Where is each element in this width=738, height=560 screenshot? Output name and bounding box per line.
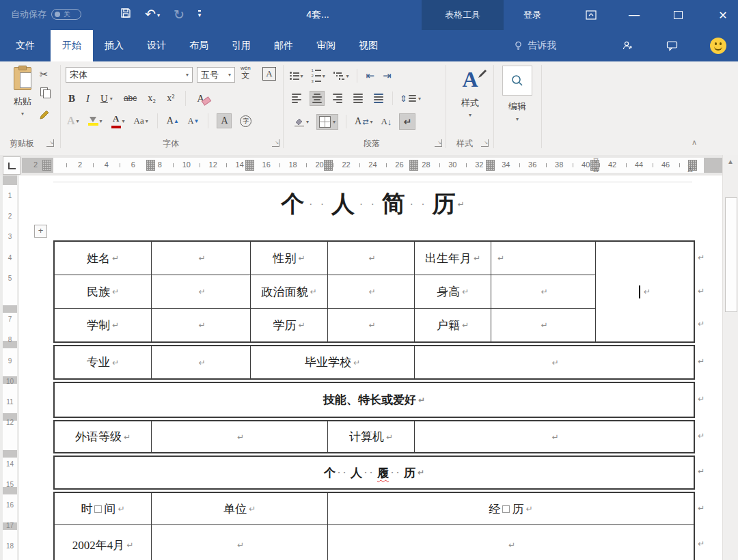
- table-column-marker[interactable]: [146, 160, 155, 171]
- font-name-combobox[interactable]: 宋体▾: [66, 67, 193, 83]
- first-line-indent-marker[interactable]: ▽: [594, 158, 599, 164]
- multilevel-list-button[interactable]: ▾: [333, 72, 349, 80]
- table-column-marker[interactable]: [486, 160, 495, 171]
- phonetic-guide-button[interactable]: wén 文: [241, 66, 251, 79]
- table-cell[interactable]: ↵: [415, 346, 694, 378]
- document-heading[interactable]: 个· ·人· ·简· ·历↵: [53, 185, 692, 223]
- table-cell[interactable]: ↵: [152, 242, 251, 275]
- font-size-combobox[interactable]: 五号▾: [197, 67, 235, 83]
- table-cell[interactable]: 单位↵: [152, 493, 328, 525]
- table-cell[interactable]: 姓名↵: [55, 242, 152, 275]
- table-cell[interactable]: ↵: [152, 421, 328, 452]
- document-area[interactable]: 123457891011121415161718 + 个· ·人· ·简· ·历…: [0, 176, 722, 560]
- editing-button[interactable]: 编辑 ▾: [500, 66, 534, 122]
- styles-dialog-launcher[interactable]: ↘: [481, 139, 489, 147]
- tab-开始[interactable]: 开始: [51, 30, 93, 61]
- align-center-button[interactable]: [310, 92, 324, 105]
- paste-button[interactable]: 粘贴 ▾: [7, 67, 38, 117]
- bullets-button[interactable]: ▾: [290, 72, 303, 80]
- table-cell[interactable]: 户籍↵: [415, 309, 491, 341]
- redo-icon[interactable]: ↻: [174, 8, 184, 21]
- table-cell[interactable]: ↵: [152, 346, 251, 378]
- borders-button[interactable]: ▾: [317, 115, 338, 129]
- text-effects-button[interactable]: A▾: [67, 115, 79, 127]
- table-cell[interactable]: 2002年4月↵: [55, 525, 152, 560]
- share-icon[interactable]: [615, 30, 640, 61]
- clipboard-dialog-launcher[interactable]: ↘: [46, 139, 54, 147]
- table-cell[interactable]: 毕业学校↵: [251, 346, 415, 378]
- sort-button[interactable]: A↓: [381, 116, 392, 127]
- close-icon[interactable]: ✕: [709, 0, 737, 30]
- table-cell[interactable]: 出生年月↵: [415, 242, 491, 275]
- decrease-indent-button[interactable]: ⇤: [366, 70, 374, 82]
- change-case-button[interactable]: Aa▾: [134, 115, 148, 126]
- justify-button[interactable]: [351, 92, 365, 105]
- table-column-marker[interactable]: [245, 160, 254, 171]
- clear-formatting-button[interactable]: A: [197, 93, 210, 104]
- qat-customize-icon[interactable]: ▾: [198, 10, 202, 18]
- ribbon-display-options-icon[interactable]: [577, 0, 605, 30]
- table-cell[interactable]: 性别↵: [251, 242, 328, 275]
- vertical-ruler[interactable]: 123457891011121415161718: [0, 176, 19, 560]
- tab-file[interactable]: 文件: [5, 30, 45, 61]
- subscript-button[interactable]: x₂: [148, 93, 156, 104]
- grow-font-button[interactable]: A▲: [167, 115, 179, 126]
- comment-icon[interactable]: [659, 30, 684, 61]
- table-move-handle[interactable]: +: [34, 225, 47, 238]
- styles-gallery-button[interactable]: A 样式 ▾: [452, 67, 488, 118]
- undo-button[interactable]: ↶▾: [145, 8, 160, 21]
- table-cell[interactable]: 学制↵: [55, 309, 152, 341]
- signin-button[interactable]: 登录: [523, 9, 541, 21]
- tab-插入[interactable]: 插入: [93, 30, 135, 61]
- autosave-toggle[interactable]: 自动保存 关: [11, 8, 81, 20]
- vertical-scrollbar[interactable]: ▲: [722, 155, 738, 560]
- align-left-button[interactable]: [290, 92, 303, 105]
- scrollbar-thumb[interactable]: [725, 197, 737, 312]
- tell-me-box[interactable]: 告诉我: [514, 30, 556, 61]
- table-cell[interactable]: ↵: [152, 525, 328, 560]
- line-spacing-button[interactable]: ⇕▾: [400, 94, 421, 104]
- font-dialog-launcher[interactable]: ↘: [272, 139, 279, 147]
- table-cell[interactable]: ↵: [491, 242, 596, 275]
- tab-stop-selector[interactable]: [3, 156, 20, 175]
- table-cell[interactable]: 民族↵: [55, 275, 152, 309]
- right-indent-marker[interactable]: △: [688, 167, 693, 173]
- tab-视图[interactable]: 视图: [347, 30, 390, 61]
- table-cell[interactable]: ↵: [152, 275, 251, 309]
- underline-button[interactable]: U▾: [100, 93, 113, 104]
- enclose-characters-button[interactable]: 字: [240, 115, 251, 127]
- save-icon[interactable]: [120, 8, 131, 21]
- horizontal-ruler[interactable]: 2468101214161820222426283032343638404244…: [22, 158, 722, 173]
- table-cell[interactable]: ↵: [491, 309, 596, 341]
- show-marks-button[interactable]: ↵: [400, 114, 415, 129]
- align-right-button[interactable]: [331, 92, 344, 105]
- character-border-button[interactable]: A: [262, 67, 276, 81]
- cut-icon[interactable]: ✂: [40, 68, 49, 81]
- table-cell[interactable]: 技能、特长或爱好↵: [55, 383, 694, 417]
- table-cell[interactable]: 个··人··履··历↵: [55, 457, 694, 488]
- highlight-button[interactable]: ▾: [88, 117, 102, 126]
- character-shading-button[interactable]: A: [217, 114, 231, 128]
- shading-button[interactable]: ▾: [294, 117, 309, 127]
- table-column-marker[interactable]: [42, 160, 51, 171]
- table-column-marker[interactable]: [409, 160, 418, 171]
- shrink-font-button[interactable]: A▼: [188, 116, 200, 126]
- hanging-indent-marker[interactable]: △: [594, 167, 599, 173]
- table-cell[interactable]: 政治面貌↵: [251, 275, 328, 309]
- strikethrough-button[interactable]: abc: [124, 94, 137, 103]
- asian-layout-button[interactable]: A⇄▾: [355, 116, 372, 127]
- table-cell[interactable]: ↵: [328, 275, 415, 309]
- tab-设计[interactable]: 设计: [135, 30, 178, 61]
- distributed-button[interactable]: [372, 92, 385, 105]
- italic-button[interactable]: I: [86, 93, 90, 104]
- smiley-feedback-icon[interactable]: [706, 30, 730, 61]
- numbering-button[interactable]: 123▾: [312, 68, 325, 83]
- format-painter-icon[interactable]: [40, 109, 51, 123]
- font-color-button[interactable]: A▾: [111, 113, 125, 128]
- table-cell[interactable]: ↵: [491, 275, 596, 309]
- table-cell[interactable]: 时间↵: [55, 493, 152, 525]
- table-cell[interactable]: ↵: [328, 525, 694, 560]
- minimize-icon[interactable]: —: [620, 0, 648, 30]
- maximize-icon[interactable]: [664, 0, 692, 30]
- table-cell[interactable]: ↵: [152, 309, 251, 341]
